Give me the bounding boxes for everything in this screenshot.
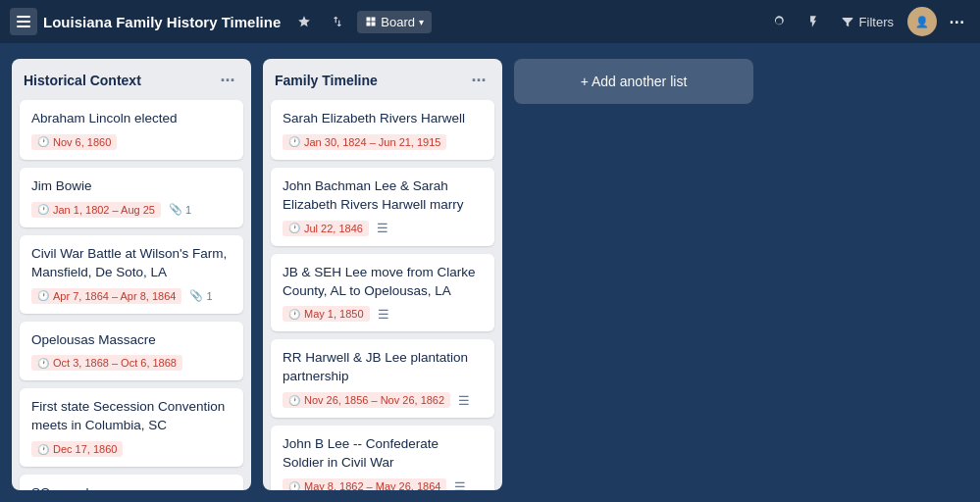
attach-count: 1 xyxy=(206,290,212,302)
card-title: Civil War Battle at Wilson's Farm, Mansf… xyxy=(31,245,232,282)
table-row[interactable]: SC secedes 🕐 Dec 20, 1860 xyxy=(20,475,243,490)
view-chevron: ▾ xyxy=(419,17,424,27)
card-title: RR Harwell & JB Lee plantation partnersh… xyxy=(283,349,483,386)
table-row[interactable]: First state Secession Convention meets i… xyxy=(20,388,243,467)
attach-count: 1 xyxy=(185,204,191,216)
card-date: 🕐 Dec 17, 1860 xyxy=(31,441,123,457)
clock-icon: 🕐 xyxy=(288,395,300,406)
svg-rect-0 xyxy=(17,16,30,18)
view-label: Board xyxy=(381,15,415,29)
clock-icon: 🕐 xyxy=(288,309,300,320)
card-meta: 🕐 Jan 30, 1824 – Jun 21, 1915 xyxy=(283,134,483,150)
date-text: Nov 6, 1860 xyxy=(53,136,111,148)
list-menu-button[interactable]: ··· xyxy=(216,69,239,92)
svg-rect-1 xyxy=(17,21,30,23)
date-text: Oct 3, 1868 – Oct 6, 1868 xyxy=(53,357,177,369)
table-row[interactable]: RR Harwell & JB Lee plantation partnersh… xyxy=(271,339,494,418)
date-text: Nov 26, 1856 – Nov 26, 1862 xyxy=(304,394,444,406)
table-row[interactable]: JB & SEH Lee move from Clarke County, AL… xyxy=(271,254,494,332)
lightning-icon[interactable] xyxy=(799,8,827,35)
list-title: Family Timeline xyxy=(275,73,378,88)
clock-icon: 🕐 xyxy=(37,358,49,369)
card-date: 🕐 Oct 3, 1868 – Oct 6, 1868 xyxy=(31,355,182,371)
list-cards-historical-context: Abraham Lincoln elected 🕐 Nov 6, 1860 Ji… xyxy=(12,100,251,490)
filters-label: Filters xyxy=(859,15,894,29)
card-meta: 🕐 May 8, 1862 – May 26, 1864 ☰ xyxy=(283,478,483,490)
card-meta: 🕐 Oct 3, 1868 – Oct 6, 1868 xyxy=(31,355,232,371)
automation-icon[interactable] xyxy=(324,8,351,35)
description-icon: ☰ xyxy=(378,307,389,322)
list-cards-family-timeline: Sarah Elizabeth Rivers Harwell 🕐 Jan 30,… xyxy=(263,100,502,490)
date-text: Jul 22, 1846 xyxy=(304,223,363,234)
card-title: Jim Bowie xyxy=(31,177,232,196)
date-text: May 1, 1850 xyxy=(304,308,364,320)
card-title: John Bachman Lee & Sarah Elizabeth River… xyxy=(283,177,483,215)
add-list-button[interactable]: + Add another list xyxy=(514,59,753,104)
paperclip-icon: 📎 xyxy=(189,289,203,302)
star-button[interactable] xyxy=(290,8,318,35)
card-title: John B Lee -- Confederate Soldier in Civ… xyxy=(283,435,483,473)
table-row[interactable]: Civil War Battle at Wilson's Farm, Mansf… xyxy=(20,235,243,314)
board-area: Historical Context ··· Abraham Lincoln e… xyxy=(0,43,980,502)
clock-icon: 🕐 xyxy=(37,136,49,147)
card-meta: 🕐 Jan 1, 1802 – Aug 25 📎 1 xyxy=(31,202,232,218)
date-text: Jan 1, 1802 – Aug 25 xyxy=(53,204,155,216)
card-date: 🕐 Nov 6, 1860 xyxy=(31,134,117,150)
table-row[interactable]: Sarah Elizabeth Rivers Harwell 🕐 Jan 30,… xyxy=(271,100,494,160)
table-row[interactable]: Abraham Lincoln elected 🕐 Nov 6, 1860 xyxy=(20,100,243,160)
card-title: Opelousas Massacre xyxy=(31,331,232,350)
card-date: 🕐 Jan 30, 1824 – Jun 21, 1915 xyxy=(283,134,446,150)
clock-icon: 🕐 xyxy=(37,290,49,301)
card-meta: 🕐 Nov 26, 1856 – Nov 26, 1862 ☰ xyxy=(283,392,483,408)
clock-icon: 🕐 xyxy=(288,481,300,490)
date-text: Apr 7, 1864 – Apr 8, 1864 xyxy=(53,290,176,302)
description-icon: ☰ xyxy=(377,221,388,235)
list-title: Historical Context xyxy=(24,73,141,88)
date-text: May 8, 1862 – May 26, 1864 xyxy=(304,480,440,490)
workspace-switcher[interactable]: ⋯ xyxy=(943,8,970,35)
list-header-historical-context: Historical Context ··· xyxy=(12,59,251,100)
card-meta: 🕐 Jul 22, 1846 ☰ xyxy=(283,221,483,236)
card-title: SC secedes xyxy=(31,484,232,490)
list-family-timeline: Family Timeline ··· Sarah Elizabeth Rive… xyxy=(263,59,502,490)
table-row[interactable]: Jim Bowie 🕐 Jan 1, 1802 – Aug 25 📎 1 xyxy=(20,168,243,227)
svg-rect-2 xyxy=(17,25,30,27)
paperclip-icon: 📎 xyxy=(169,203,182,216)
add-list-label: + Add another list xyxy=(581,74,688,89)
clock-icon: 🕐 xyxy=(37,444,49,455)
card-date: 🕐 Jan 1, 1802 – Aug 25 xyxy=(31,202,161,218)
list-historical-context: Historical Context ··· Abraham Lincoln e… xyxy=(12,59,251,490)
card-title: JB & SEH Lee move from Clarke County, AL… xyxy=(283,264,483,301)
search-icon[interactable] xyxy=(766,8,794,35)
avatar[interactable]: 👤 xyxy=(907,7,937,36)
date-text: Jan 30, 1824 – Jun 21, 1915 xyxy=(304,136,440,148)
card-title: Abraham Lincoln elected xyxy=(31,110,232,128)
description-icon: ☰ xyxy=(458,393,470,408)
card-date: 🕐 Jul 22, 1846 xyxy=(283,221,369,236)
card-meta: 🕐 Nov 6, 1860 xyxy=(31,134,232,150)
card-date: 🕐 May 8, 1862 – May 26, 1864 xyxy=(283,478,446,490)
topnav-right: Filters 👤 ⋯ xyxy=(766,7,970,36)
view-selector[interactable]: Board ▾ xyxy=(357,11,432,33)
card-date: 🕐 May 1, 1850 xyxy=(283,306,370,322)
card-title: Sarah Elizabeth Rivers Harwell xyxy=(283,110,483,128)
board-title: Louisiana Family History Timeline xyxy=(43,14,281,30)
table-row[interactable]: John B Lee -- Confederate Soldier in Civ… xyxy=(271,426,494,490)
list-menu-button[interactable]: ··· xyxy=(467,69,490,92)
table-row[interactable]: Opelousas Massacre 🕐 Oct 3, 1868 – Oct 6… xyxy=(20,322,243,381)
date-text: Dec 17, 1860 xyxy=(53,443,117,455)
card-title: First state Secession Convention meets i… xyxy=(31,398,232,435)
card-date: 🕐 Nov 26, 1856 – Nov 26, 1862 xyxy=(283,392,450,408)
clock-icon: 🕐 xyxy=(37,204,49,215)
table-row[interactable]: John Bachman Lee & Sarah Elizabeth River… xyxy=(271,168,494,246)
card-meta: 🕐 May 1, 1850 ☰ xyxy=(283,306,483,322)
menu-toggle[interactable] xyxy=(10,8,37,35)
card-date: 🕐 Apr 7, 1864 – Apr 8, 1864 xyxy=(31,288,181,304)
card-meta: 🕐 Apr 7, 1864 – Apr 8, 1864 📎 1 xyxy=(31,288,232,304)
card-meta: 🕐 Dec 17, 1860 xyxy=(31,441,232,457)
list-header-family-timeline: Family Timeline ··· xyxy=(263,59,502,100)
clock-icon: 🕐 xyxy=(288,136,300,147)
filters-button[interactable]: Filters xyxy=(833,11,902,33)
topnav: Louisiana Family History Timeline Board … xyxy=(0,0,980,43)
description-icon: ☰ xyxy=(454,479,466,490)
